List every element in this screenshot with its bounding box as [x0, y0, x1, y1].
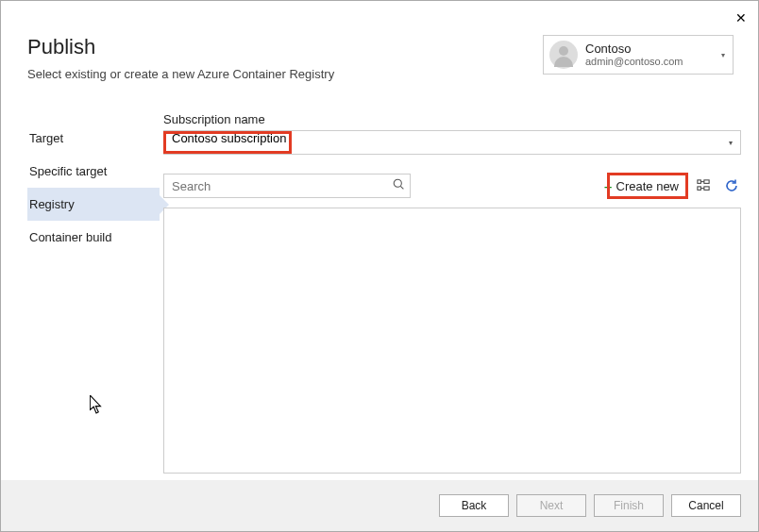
account-email: admin@contoso.com: [585, 56, 721, 67]
svg-rect-3: [704, 180, 709, 184]
nav-item-registry[interactable]: Registry: [27, 188, 160, 221]
next-button[interactable]: Next: [516, 494, 586, 517]
account-name: Contoso: [585, 42, 721, 56]
create-new-button[interactable]: + Create new: [599, 174, 684, 198]
avatar-icon: [549, 41, 578, 69]
subscription-label: Subscription name: [163, 112, 741, 126]
chevron-down-icon: ▾: [721, 51, 725, 59]
cursor-icon: [90, 395, 103, 414]
subscription-value: Contoso subscription: [172, 131, 286, 145]
close-icon[interactable]: ✕: [735, 10, 747, 25]
nav-item-container-build[interactable]: Container build: [27, 221, 160, 254]
search-input[interactable]: [172, 179, 387, 193]
create-new-label: Create new: [616, 179, 679, 193]
nav-item-target[interactable]: Target: [27, 122, 160, 155]
svg-rect-5: [704, 187, 709, 191]
tree-view-icon[interactable]: [694, 176, 713, 195]
chevron-down-icon: ▾: [729, 139, 733, 147]
account-selector[interactable]: Contoso admin@contoso.com ▾: [543, 35, 734, 75]
nav-item-specific-target[interactable]: Specific target: [27, 155, 160, 188]
svg-line-1: [400, 186, 403, 189]
registry-list-panel[interactable]: [163, 208, 741, 474]
svg-point-0: [394, 179, 401, 187]
refresh-icon[interactable]: [722, 176, 741, 195]
subscription-dropdown[interactable]: Contoso subscription ▾: [163, 130, 741, 155]
svg-rect-2: [698, 180, 701, 184]
dialog-footer: Back Next Finish Cancel: [1, 480, 758, 531]
search-icon[interactable]: [387, 178, 410, 193]
plus-icon: +: [604, 178, 613, 194]
svg-rect-4: [698, 187, 701, 191]
back-button[interactable]: Back: [439, 494, 509, 517]
cancel-button[interactable]: Cancel: [671, 494, 741, 517]
search-input-container: [163, 174, 411, 198]
wizard-nav: Target Specific target Registry Containe…: [27, 122, 160, 254]
finish-button[interactable]: Finish: [594, 494, 664, 517]
